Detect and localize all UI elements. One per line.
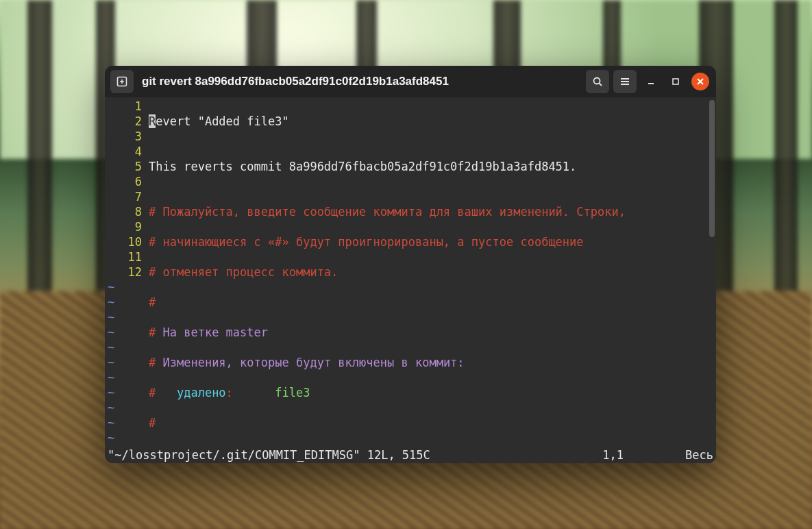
line-number: 4 bbox=[105, 144, 146, 159]
line-number: 10 bbox=[105, 234, 146, 249]
line-number: 1 bbox=[105, 99, 146, 114]
empty-line-tilde: ~ bbox=[108, 430, 114, 445]
cursor: R bbox=[149, 114, 156, 128]
empty-line-tilde: ~ bbox=[108, 310, 114, 325]
terminal-window: git revert 8a996dd76fbacb05a2df91c0f2d19… bbox=[105, 66, 716, 463]
code-line: This reverts commit 8a996dd76fbacb05a2df… bbox=[149, 159, 706, 174]
editor-content[interactable]: Revert "Added file3" This reverts commit… bbox=[149, 99, 706, 460]
code-line: Revert "Added file3" bbox=[149, 114, 706, 129]
scrollbar[interactable] bbox=[709, 100, 715, 237]
code-line: # bbox=[149, 295, 706, 310]
line-number: 8 bbox=[105, 204, 146, 219]
minimize-icon bbox=[646, 77, 656, 86]
code-line: # удалено: file3 bbox=[149, 385, 706, 400]
code-line: # Пожалуйста, введите сообщение коммита … bbox=[149, 204, 706, 219]
hamburger-icon bbox=[619, 76, 630, 87]
close-button[interactable] bbox=[690, 71, 711, 92]
empty-line-tilde: ~ bbox=[108, 280, 114, 295]
line-number: 2 bbox=[105, 114, 146, 129]
maximize-button[interactable] bbox=[665, 71, 686, 92]
line-number-gutter: 1 2 3 4 5 6 7 8 9 10 11 12 bbox=[105, 99, 146, 280]
empty-line-tilde: ~ bbox=[108, 385, 114, 400]
svg-line-4 bbox=[600, 84, 602, 86]
empty-line-tilde: ~ bbox=[108, 370, 114, 385]
empty-line-tilde: ~ bbox=[108, 340, 114, 355]
titlebar[interactable]: git revert 8a996dd76fbacb05a2df91c0f2d19… bbox=[105, 66, 716, 97]
line-number: 7 bbox=[105, 189, 146, 204]
code-line: # отменяет процесс коммита. bbox=[149, 264, 706, 280]
line-number: 9 bbox=[105, 219, 146, 234]
line-number: 5 bbox=[105, 159, 146, 174]
code-line: # Изменения, которые будут включены в ко… bbox=[149, 355, 706, 370]
empty-line-tilde: ~ bbox=[108, 325, 114, 340]
search-icon bbox=[592, 76, 603, 87]
empty-line-tilde: ~ bbox=[108, 295, 114, 310]
minimize-button[interactable] bbox=[641, 71, 661, 92]
code-line: # На ветке master bbox=[149, 325, 706, 340]
empty-line-tilde: ~ bbox=[108, 415, 114, 430]
code-line: # bbox=[149, 415, 706, 430]
menu-button[interactable] bbox=[613, 70, 637, 93]
window-title: git revert 8a996dd76fbacb05a2df91c0f2d19… bbox=[142, 75, 449, 88]
code-line: # начинающиеся с «#» будут проигнорирова… bbox=[149, 234, 706, 249]
svg-point-3 bbox=[594, 78, 600, 84]
line-number: 3 bbox=[105, 129, 146, 144]
empty-line-tilde: ~ bbox=[108, 400, 114, 415]
line-number: 12 bbox=[105, 264, 146, 280]
svg-rect-9 bbox=[673, 79, 678, 84]
close-icon bbox=[696, 77, 704, 86]
maximize-icon bbox=[672, 77, 680, 86]
editor-area[interactable]: 1 2 3 4 5 6 7 8 9 10 11 12 Revert "Added… bbox=[105, 97, 716, 447]
new-tab-icon bbox=[116, 75, 128, 88]
empty-line-tilde: ~ bbox=[108, 355, 114, 370]
line-number: 6 bbox=[105, 174, 146, 189]
line-number: 11 bbox=[105, 249, 146, 264]
search-button[interactable] bbox=[586, 70, 609, 93]
new-tab-button[interactable] bbox=[110, 70, 134, 93]
